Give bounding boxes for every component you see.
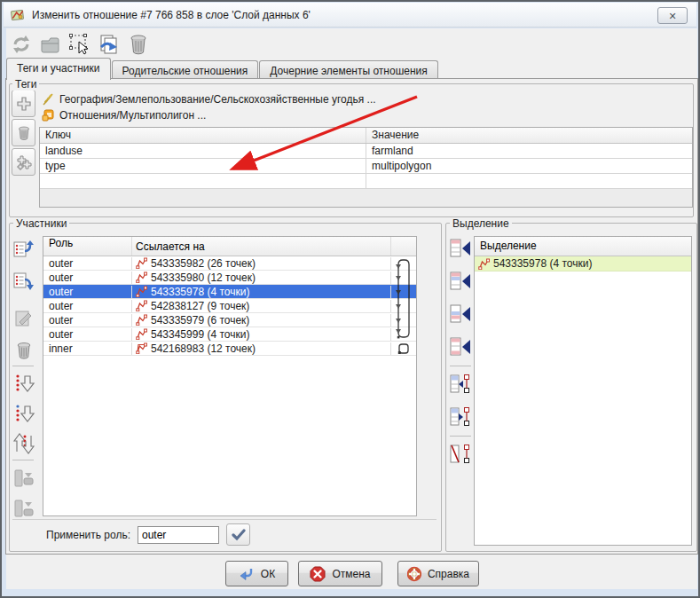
tab-tags-and-members[interactable]: Теги и участники [6, 58, 111, 80]
help-button[interactable]: Справка [397, 561, 479, 586]
delete-tag-icon[interactable] [12, 119, 35, 146]
selection-row[interactable]: 543335978 (4 точки) [475, 256, 691, 271]
download-incomplete-members-icon[interactable] [12, 495, 36, 522]
titlebar: Изменить отношение #7 766 858 в слое 'Сл… [4, 3, 696, 28]
ring-mid-icon [391, 313, 414, 327]
select-relation-icon[interactable] [67, 32, 92, 57]
wheat-icon [41, 92, 55, 106]
close-button[interactable]: ✕ [657, 7, 688, 24]
ring-mid-icon [391, 285, 414, 299]
members-col-link [391, 237, 414, 256]
member-row[interactable]: outer 543345999 (4 точки) [43, 327, 416, 342]
replace-members-icon[interactable] [448, 235, 473, 262]
way-icon [136, 314, 147, 326]
download-members-icon[interactable] [12, 465, 36, 492]
way-icon [478, 258, 490, 270]
member-row[interactable]: inner 542168983 (12 точек) [43, 342, 416, 356]
members-table: Роль Ссылается на outer 543335982 (26 то… [43, 236, 417, 516]
tags-col-value[interactable]: Значение [366, 128, 692, 143]
multipolygon-icon [41, 108, 55, 122]
remove-selected-icon[interactable] [448, 441, 473, 468]
member-row[interactable]: outer 542838127 (9 точек) [43, 299, 416, 313]
josm-logo-icon [11, 8, 25, 22]
add-after-icon[interactable] [448, 301, 473, 327]
preset-link-label: Отношения/Мультиполигон ... [59, 109, 206, 122]
members-col-role[interactable]: Роль [43, 237, 132, 256]
cancel-icon [310, 566, 326, 582]
edit-member-icon[interactable] [12, 305, 36, 332]
tab-bar: Теги и участники Родительские отношения … [6, 57, 439, 79]
divider [450, 436, 471, 437]
closed-loop-icon [391, 342, 414, 356]
add-before-icon[interactable] [448, 268, 473, 295]
member-row-selected[interactable]: outer 543335978 (4 точки) [43, 285, 416, 299]
divider [12, 366, 34, 366]
tags-col-key[interactable]: Ключ [40, 128, 366, 143]
ok-icon [239, 567, 255, 581]
reverse-order-icon[interactable] [12, 430, 36, 457]
apply-role-row: Применить роль: [46, 523, 250, 546]
tags-table: Ключ Значение landuse farmland type mult… [39, 127, 693, 208]
selection-group-label: Выделение [450, 217, 512, 230]
way-icon [136, 342, 147, 354]
apply-role-input[interactable] [138, 526, 219, 544]
tab-child-relations[interactable]: Дочерние элементы отношения [259, 60, 438, 80]
tags-group-label: Теги [12, 78, 39, 90]
add-selection-above-icon[interactable] [12, 236, 36, 263]
add-at-end-icon[interactable] [448, 334, 473, 360]
sort-below-icon[interactable] [12, 401, 36, 428]
members-group-label: Участники [13, 217, 69, 230]
way-icon [136, 257, 147, 269]
tab-parent-relations[interactable]: Родительские отношения [112, 60, 259, 80]
ok-button[interactable]: ОК [225, 561, 288, 586]
tag-row[interactable]: type multipolygon [40, 159, 692, 174]
apply-icon[interactable] [37, 32, 62, 57]
select-members-icon[interactable] [448, 371, 473, 397]
add-tag-icon[interactable] [12, 90, 35, 117]
ring-mid-icon [391, 271, 414, 285]
add-selection-below-icon[interactable] [12, 268, 36, 295]
divider [12, 519, 437, 520]
delete-relation-icon[interactable] [126, 32, 151, 57]
cancel-button[interactable]: Отмена [298, 561, 382, 586]
paste-tags-icon[interactable] [12, 148, 35, 176]
member-row[interactable]: outer 543335980 (12 точек) [43, 271, 416, 285]
window-title: Изменить отношение #7 766 858 в слое 'Сл… [32, 9, 311, 21]
ring-mid-icon [391, 299, 414, 313]
apply-role-label: Применить роль: [46, 529, 130, 541]
duplicate-relation-icon[interactable] [97, 32, 122, 57]
divider [450, 366, 471, 366]
way-icon [136, 328, 147, 340]
selection-table: Выделение 543335978 (4 точки) [474, 236, 692, 546]
refresh-icon[interactable] [9, 32, 34, 57]
divider [12, 460, 34, 460]
selection-col-header[interactable]: Выделение [475, 237, 691, 256]
member-row[interactable]: outer 543335982 (26 точек) [43, 256, 416, 271]
tag-row[interactable]: landuse farmland [40, 144, 692, 159]
help-icon [407, 566, 421, 582]
preset-link-farmland[interactable]: География/Землепользование/Сельскохозяйс… [41, 92, 376, 106]
preset-link-multipolygon[interactable]: Отношения/Мультиполигон ... [41, 108, 206, 122]
delete-member-icon[interactable] [12, 337, 36, 364]
apply-role-confirm-icon[interactable] [226, 523, 250, 546]
ring-top-icon [391, 256, 414, 271]
deselect-members-icon[interactable] [448, 404, 473, 430]
member-row[interactable]: outer 543335979 (6 точек) [43, 313, 416, 327]
way-icon [136, 300, 147, 311]
relation-editor-window: Изменить отношение #7 766 858 в слое 'Сл… [0, 0, 700, 598]
ring-bottom-icon [391, 327, 414, 342]
move-down-icon[interactable] [12, 371, 36, 397]
preset-link-label: География/Землепользование/Сельскохозяйс… [59, 93, 376, 106]
members-col-ref[interactable]: Ссылается на [132, 237, 391, 256]
way-icon [136, 271, 147, 283]
tag-row-empty[interactable] [40, 174, 692, 189]
way-icon [136, 286, 147, 297]
